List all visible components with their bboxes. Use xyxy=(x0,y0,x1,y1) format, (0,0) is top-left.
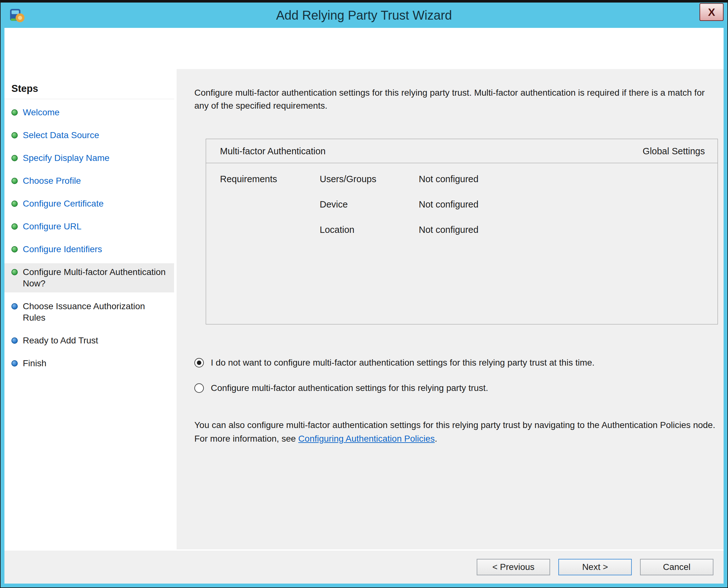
title-bar: Add Relying Party Trust Wizard X xyxy=(1,2,727,28)
step-label: Configure Multi-factor Authentication No… xyxy=(23,267,170,289)
step-choose-issuance-authorization-rules: Choose Issuance Authorization Rules xyxy=(4,297,174,327)
radio-configure-mfa[interactable] xyxy=(194,383,204,393)
cancel-button[interactable]: Cancel xyxy=(640,559,713,575)
mfa-settings-box: Multi-factor Authentication Global Setti… xyxy=(206,139,718,324)
step-done-icon xyxy=(12,246,18,252)
step-pending-icon xyxy=(12,337,18,344)
step-label: Choose Profile xyxy=(23,175,81,187)
step-pending-icon xyxy=(12,303,18,310)
step-finish: Finish xyxy=(4,355,174,372)
mfa-box-header: Multi-factor Authentication Global Setti… xyxy=(206,139,718,163)
window-title: Add Relying Party Trust Wizard xyxy=(1,2,727,28)
previous-button[interactable]: < Previous xyxy=(477,559,550,575)
step-configure-mfa-now: Configure Multi-factor Authentication No… xyxy=(4,263,174,292)
footnote: You can also configure multi-factor auth… xyxy=(194,418,718,445)
step-label: Welcome xyxy=(23,107,60,118)
requirement-name: Device xyxy=(320,199,419,210)
step-configure-certificate: Configure Certificate xyxy=(4,195,174,213)
step-configure-url: Configure URL xyxy=(4,218,174,235)
requirement-value: Not configured xyxy=(419,225,718,235)
option-label: Configure multi-factor authentication se… xyxy=(211,382,488,394)
footnote-period: . xyxy=(435,434,437,443)
option-skip-mfa[interactable]: I do not want to configure multi-factor … xyxy=(194,357,718,369)
requirement-value: Not configured xyxy=(419,174,718,184)
option-label: I do not want to configure multi-factor … xyxy=(211,357,594,369)
step-ready-to-add-trust: Ready to Add Trust xyxy=(4,332,174,350)
next-button[interactable]: Next > xyxy=(558,559,632,575)
main-panel: Configure multi-factor authentication se… xyxy=(177,69,724,549)
step-label: Ready to Add Trust xyxy=(23,335,98,346)
step-label: Configure Identifiers xyxy=(23,244,102,255)
footnote-text: You can also configure multi-factor auth… xyxy=(194,420,715,443)
step-label: Select Data Source xyxy=(23,130,99,141)
requirement-name: Users/Groups xyxy=(320,174,419,184)
button-band: < Previous Next > Cancel xyxy=(4,549,724,584)
close-button[interactable]: X xyxy=(700,3,724,21)
global-settings-label: Global Settings xyxy=(642,146,705,156)
step-label: Specify Display Name xyxy=(23,152,110,164)
step-specify-display-name: Specify Display Name xyxy=(4,149,174,167)
app-icon xyxy=(8,6,26,24)
step-label: Configure Certificate xyxy=(23,198,104,209)
mfa-box-title: Multi-factor Authentication xyxy=(220,146,326,156)
wizard-window: Add Relying Party Trust Wizard X Steps W… xyxy=(0,0,728,588)
step-choose-profile: Choose Profile xyxy=(4,172,174,190)
requirement-value: Not configured xyxy=(419,199,718,210)
step-done-icon xyxy=(12,155,18,161)
step-done-icon xyxy=(12,132,18,139)
steps-heading: Steps xyxy=(4,83,174,99)
requirements-label: Requirements xyxy=(220,174,320,184)
step-welcome: Welcome xyxy=(4,104,174,121)
requirement-name: Location xyxy=(320,225,419,235)
steps-sidebar: Steps Welcome Select Data Source Specify… xyxy=(4,69,174,549)
option-configure-mfa[interactable]: Configure multi-factor authentication se… xyxy=(194,382,718,394)
configuring-authentication-policies-link[interactable]: Configuring Authentication Policies xyxy=(298,434,435,443)
step-done-icon xyxy=(12,178,18,184)
step-configure-identifiers: Configure Identifiers xyxy=(4,240,174,258)
step-select-data-source: Select Data Source xyxy=(4,126,174,144)
page-description: Configure multi-factor authentication se… xyxy=(194,86,718,112)
header-strip xyxy=(4,28,724,69)
content-row: Steps Welcome Select Data Source Specify… xyxy=(4,69,724,549)
mfa-requirements-table: Requirements Users/Groups Not configured… xyxy=(206,163,718,250)
step-pending-icon xyxy=(12,360,18,366)
step-done-icon xyxy=(12,269,18,275)
frame-body: Steps Welcome Select Data Source Specify… xyxy=(4,28,724,584)
radio-dot xyxy=(197,360,201,365)
step-label: Configure URL xyxy=(23,221,81,232)
step-done-icon xyxy=(12,109,18,115)
radio-skip-mfa[interactable] xyxy=(194,358,204,368)
step-done-icon xyxy=(12,201,18,207)
step-label: Finish xyxy=(23,358,46,369)
step-done-icon xyxy=(12,223,18,230)
step-label: Choose Issuance Authorization Rules xyxy=(23,301,170,323)
